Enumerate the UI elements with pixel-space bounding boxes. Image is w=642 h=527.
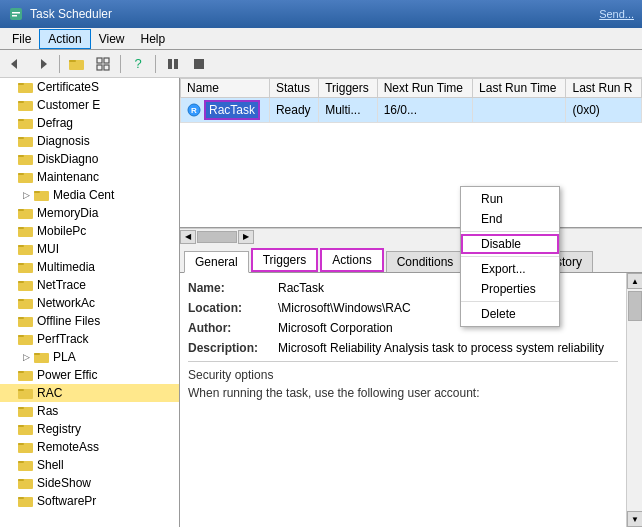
expand-icon-mediacent[interactable]: ▷ xyxy=(18,187,34,203)
folder-icon xyxy=(18,422,34,436)
tree-item-maintenanced[interactable]: Maintenanc xyxy=(0,168,179,186)
tree-label-nettrace: NetTrace xyxy=(37,278,86,292)
tree-item-memorydia[interactable]: MemoryDia xyxy=(0,204,179,222)
menu-action[interactable]: Action xyxy=(39,29,90,49)
tree-item-certificateS[interactable]: CertificateS xyxy=(0,78,179,96)
tree-label-maintenanced: Maintenanc xyxy=(37,170,99,184)
tree-item-diagnosis[interactable]: Diagnosis xyxy=(0,132,179,150)
right-panel: Name Status Triggers Next Run Time Last … xyxy=(180,78,642,527)
folder-icon xyxy=(34,350,50,364)
task-name: RacTask xyxy=(204,100,260,120)
toolbar: ? xyxy=(0,50,642,78)
tree-item-powereffic[interactable]: Power Effic xyxy=(0,366,179,384)
menu-help[interactable]: Help xyxy=(133,30,174,48)
scroll-thumb-h[interactable] xyxy=(197,231,237,243)
svg-rect-35 xyxy=(18,263,24,265)
svg-rect-9 xyxy=(97,65,102,70)
context-menu-delete[interactable]: Delete xyxy=(461,304,559,324)
tree-item-mobilepc[interactable]: MobilePc xyxy=(0,222,179,240)
svg-rect-10 xyxy=(104,65,109,70)
detail-scroll-up[interactable]: ▲ xyxy=(627,273,642,289)
context-menu-disable[interactable]: Disable xyxy=(461,234,559,254)
tree-item-nettrace[interactable]: NetTrace xyxy=(0,276,179,294)
stop-button[interactable] xyxy=(187,53,211,75)
expand-icon-pla[interactable]: ▷ xyxy=(18,349,34,365)
toolbar-separator-2 xyxy=(120,55,121,73)
tree-label-diagnosis: Diagnosis xyxy=(37,134,90,148)
grid-button[interactable] xyxy=(91,53,115,75)
tree-item-mui[interactable]: MUI xyxy=(0,240,179,258)
col-status: Status xyxy=(269,79,318,98)
scroll-left-arrow[interactable]: ◀ xyxy=(180,230,196,244)
folder-button[interactable] xyxy=(65,53,89,75)
menu-view[interactable]: View xyxy=(91,30,133,48)
tree-item-diskdiagno[interactable]: DiskDiagno xyxy=(0,150,179,168)
tab-triggers[interactable]: Triggers xyxy=(251,248,319,272)
tree-label-offlinefiles: Offline Files xyxy=(37,314,100,328)
help-button[interactable]: ? xyxy=(126,53,150,75)
tree-item-mediacent[interactable]: ▷ Media Cent xyxy=(0,186,179,204)
folder-icon xyxy=(18,278,34,292)
tree-label-memorydia: MemoryDia xyxy=(37,206,98,220)
send-feedback-link[interactable]: Send... xyxy=(599,8,634,20)
tree-item-softwarepr[interactable]: SoftwarePr xyxy=(0,492,179,510)
tree-item-pla[interactable]: ▷ PLA xyxy=(0,348,179,366)
svg-marker-4 xyxy=(41,59,47,69)
tree-item-perftrack[interactable]: PerfTrack xyxy=(0,330,179,348)
tree-item-customerE[interactable]: Customer E xyxy=(0,96,179,114)
tree-item-networkac[interactable]: NetworkAc xyxy=(0,294,179,312)
tree-label-remoteass: RemoteAss xyxy=(37,440,99,454)
folder-icon xyxy=(18,116,34,130)
detail-scroll-down[interactable]: ▼ xyxy=(627,511,642,527)
menu-file[interactable]: File xyxy=(4,30,39,48)
svg-marker-3 xyxy=(11,59,17,69)
context-menu-run[interactable]: Run xyxy=(461,189,559,209)
tree-item-sideshow[interactable]: SideShow xyxy=(0,474,179,492)
tree-label-defrag: Defrag xyxy=(37,116,73,130)
tree-item-ras[interactable]: Ras xyxy=(0,402,179,420)
tree-label-registry: Registry xyxy=(37,422,81,436)
scroll-right-arrow[interactable]: ▶ xyxy=(238,230,254,244)
svg-rect-59 xyxy=(18,479,24,481)
folder-icon xyxy=(18,134,34,148)
task-next-run: 16/0... xyxy=(377,98,472,123)
tab-general[interactable]: General xyxy=(184,251,249,273)
svg-rect-41 xyxy=(18,317,24,319)
tree-item-offlinefiles[interactable]: Offline Files xyxy=(0,312,179,330)
svg-rect-47 xyxy=(18,371,24,373)
tab-conditions[interactable]: Conditions xyxy=(386,251,465,272)
detail-scroll-thumb[interactable] xyxy=(628,291,642,321)
tree-item-remoteass[interactable]: RemoteAss xyxy=(0,438,179,456)
tree-item-defrag[interactable]: Defrag xyxy=(0,114,179,132)
context-menu-separator-2 xyxy=(461,256,559,257)
folder-icon xyxy=(18,224,34,238)
tree-item-shell[interactable]: Shell xyxy=(0,456,179,474)
folder-icon xyxy=(18,206,34,220)
table-row[interactable]: R RacTask Ready Multi... 16/0... (0x0) xyxy=(181,98,642,123)
svg-rect-6 xyxy=(69,60,76,62)
tree-label-softwarepr: SoftwarePr xyxy=(37,494,96,508)
svg-rect-27 xyxy=(34,191,40,193)
tree-item-rac[interactable]: RAC xyxy=(0,384,179,402)
tree-label-diskdiagno: DiskDiagno xyxy=(37,152,98,166)
svg-rect-8 xyxy=(104,58,109,63)
tree-item-registry[interactable]: Registry xyxy=(0,420,179,438)
description-label: Description: xyxy=(188,341,278,355)
folder-icon xyxy=(18,260,34,274)
tab-actions[interactable]: Actions xyxy=(320,248,383,272)
context-menu-export[interactable]: Export... xyxy=(461,259,559,279)
context-menu-end[interactable]: End xyxy=(461,209,559,229)
pause-button[interactable] xyxy=(161,53,185,75)
folder-icon xyxy=(18,458,34,472)
detail-description-row: Description: Microsoft Reliability Analy… xyxy=(188,341,618,355)
back-button[interactable] xyxy=(4,53,28,75)
context-menu-separator-3 xyxy=(461,301,559,302)
toolbar-separator-1 xyxy=(59,55,60,73)
tree-label-mediacent: Media Cent xyxy=(53,188,114,202)
tree-item-multimedia[interactable]: Multimedia xyxy=(0,258,179,276)
forward-button[interactable] xyxy=(30,53,54,75)
context-menu-properties[interactable]: Properties xyxy=(461,279,559,299)
tree-label-shell: Shell xyxy=(37,458,64,472)
folder-icon xyxy=(18,296,34,310)
svg-text:R: R xyxy=(191,106,197,115)
